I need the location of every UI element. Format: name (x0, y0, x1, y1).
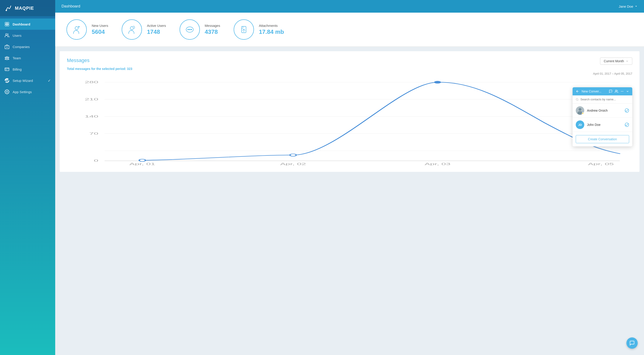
active-users-value: 1748 (147, 29, 166, 36)
chevron-down-icon (626, 60, 628, 63)
sidebar-label-team: Team (12, 56, 21, 60)
avatar-andrew (576, 106, 584, 115)
contact-name-andrew: Andrew Orsich (587, 109, 622, 112)
svg-rect-12 (5, 68, 9, 71)
svg-point-11 (8, 57, 9, 58)
stat-new-users: New Users 5604 (66, 20, 108, 40)
svg-text:Apr, 01: Apr, 01 (129, 162, 155, 166)
svg-point-41 (139, 159, 146, 162)
user-menu[interactable]: Jane Doe (619, 5, 638, 8)
svg-rect-3 (5, 24, 7, 26)
svg-point-50 (579, 108, 581, 111)
svg-text:140: 140 (85, 115, 98, 118)
stat-attachments: Attachments 17.84 mb (234, 20, 284, 40)
period-selector-button[interactable]: Current Month (600, 58, 632, 65)
svg-point-0 (6, 10, 7, 11)
active-users-label: Active Users (147, 24, 166, 28)
sidebar-label-users: Users (12, 34, 22, 38)
stat-attachments-info: Attachments 17.84 mb (259, 24, 284, 36)
contact-andrew[interactable]: Andrew Orsich (572, 104, 632, 118)
contact-search (572, 95, 632, 104)
svg-text:210: 210 (85, 97, 98, 101)
chevron-down-icon (634, 5, 638, 8)
total-messages-text: Total messages for the selected period: … (67, 67, 632, 71)
sidebar-item-users[interactable]: Users (0, 30, 55, 41)
svg-point-23 (191, 29, 192, 30)
period-label: Current Month (604, 59, 624, 63)
contact-search-input[interactable] (580, 98, 629, 101)
svg-point-48 (576, 98, 578, 100)
svg-point-46 (622, 91, 622, 92)
back-icon[interactable] (576, 90, 579, 93)
sidebar-item-team[interactable]: Team (0, 52, 55, 64)
sidebar-item-setup-wizard[interactable]: Setup Wizard ✓ (0, 75, 55, 86)
active-users-icon (127, 25, 137, 35)
chat-icon[interactable] (609, 90, 612, 93)
messages-label: Messages (205, 24, 220, 28)
popup-header: New Conver... (572, 87, 632, 95)
messages-icon (185, 25, 195, 35)
svg-point-9 (6, 57, 8, 58)
popup-footer: Create Conversation (572, 132, 632, 146)
online-dot-andrew (582, 112, 584, 115)
user-name: Jane Doe (619, 5, 633, 8)
billing-icon (4, 67, 10, 72)
check-johndoe (624, 123, 629, 127)
sidebar-item-app-settings[interactable]: App Settings (0, 86, 55, 97)
attachments-label: Attachments (259, 24, 284, 28)
sidebar: MAQPIE Dashboard Users (0, 0, 55, 355)
stat-messages: Messages 4378 (180, 20, 220, 40)
svg-point-43 (434, 81, 441, 84)
chart-title: Messages (67, 58, 90, 63)
stats-panel: New Users 5604 Active Users 1748 (55, 13, 644, 47)
svg-point-16 (6, 91, 8, 93)
svg-text:70: 70 (89, 132, 98, 135)
svg-point-42 (290, 154, 296, 156)
chart-panel: Messages Current Month Total messages fo… (60, 51, 640, 172)
popup-icons (609, 90, 629, 93)
svg-point-19 (130, 27, 134, 30)
chart-header: Messages Current Month (67, 58, 632, 65)
collapse-icon[interactable] (626, 90, 629, 93)
more-icon[interactable] (620, 90, 624, 93)
total-value: 323 (127, 67, 132, 71)
attachments-icon (239, 25, 249, 35)
team-icon (4, 56, 10, 61)
add-users-icon[interactable] (615, 90, 618, 93)
sidebar-item-billing[interactable]: Billing (0, 64, 55, 75)
sidebar-label-dashboard: Dashboard (12, 22, 30, 26)
create-conversation-button[interactable]: Create Conversation (576, 135, 629, 143)
sidebar-item-dashboard[interactable]: Dashboard (0, 19, 55, 30)
avatar-johndoe: JD (576, 120, 584, 129)
sidebar-nav: Dashboard Users Companies (0, 16, 55, 355)
contact-johndoe[interactable]: JD John Doe (572, 118, 632, 132)
top-header: Dashboard Jane Doe (55, 0, 644, 13)
svg-text:Apr, 03: Apr, 03 (424, 162, 450, 166)
svg-text:0: 0 (94, 159, 98, 163)
svg-text:280: 280 (85, 80, 98, 84)
messages-circle (180, 20, 200, 40)
new-users-label: New Users (92, 24, 108, 28)
sidebar-item-companies[interactable]: Companies (0, 41, 55, 52)
chart-area: 280 210 140 70 0 Apr, 01 Apr, 02 Apr, 03… (67, 80, 632, 166)
chat-bubble-button[interactable] (626, 337, 638, 349)
date-range: April 01, 2017 – April 05, 2017 (67, 72, 632, 75)
sidebar-label-billing: Billing (12, 68, 22, 71)
svg-rect-2 (7, 22, 9, 24)
stat-new-users-info: New Users 5604 (92, 24, 108, 36)
chat-bubble-icon (629, 340, 635, 346)
search-icon (576, 98, 579, 101)
attachments-circle (234, 20, 254, 40)
svg-point-44 (616, 90, 616, 91)
svg-point-5 (6, 34, 7, 35)
new-users-icon (72, 25, 82, 35)
settings-icon (4, 89, 10, 94)
users-icon (4, 33, 10, 38)
svg-rect-4 (7, 24, 9, 26)
sidebar-label-companies: Companies (12, 45, 30, 49)
svg-point-15 (6, 80, 8, 81)
active-users-circle (122, 20, 142, 40)
svg-point-22 (189, 29, 190, 30)
svg-rect-1 (5, 22, 7, 24)
dashboard-icon (4, 22, 10, 27)
